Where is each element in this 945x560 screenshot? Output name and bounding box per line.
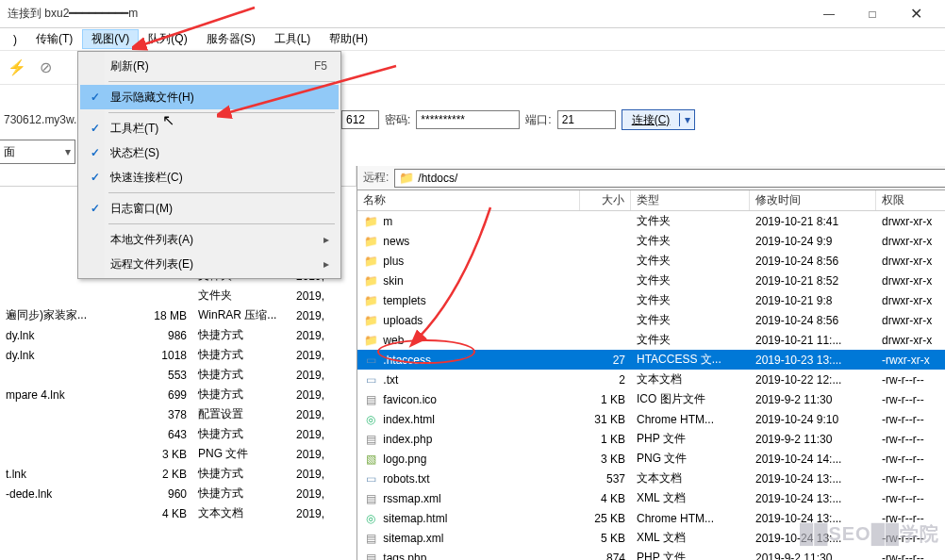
folder-icon: 📁 (363, 293, 378, 308)
cell-mod: 2019-10-24 13:... (750, 532, 876, 545)
menu-item[interactable]: ) (4, 31, 26, 48)
table-row[interactable]: ▭ robots.txt537文本文档2019-10-24 13:...-rw-… (357, 469, 945, 488)
table-row[interactable]: ▭ .txt2文本文档2019-10-22 12:...-rw-r--r-- (357, 370, 945, 389)
connect-button[interactable]: 连接(C) ▾ (622, 109, 696, 130)
quickconnect-icon[interactable]: ⚡ (6, 57, 28, 79)
cell-name: 📁 news (357, 234, 580, 249)
close-button[interactable]: ✕ (894, 0, 937, 28)
port-input[interactable] (557, 110, 616, 129)
cell-type: ICO 图片文件 (631, 391, 750, 407)
col-mod[interactable]: 修改时间 (750, 190, 876, 210)
table-row[interactable]: index.html31 KBChrome HTM...2019-10-24 9… (357, 409, 945, 429)
host-fragment: 730612.my3w. (0, 107, 76, 132)
menu-entry[interactable]: ✓日志窗口(M) (80, 196, 339, 221)
menu-item[interactable]: 服务器(S) (197, 29, 265, 49)
table-row[interactable]: 378配置设置2019, (0, 404, 356, 424)
table-row[interactable]: 遍同步)家装家...18 MBWinRAR 压缩...2019, (0, 305, 356, 325)
password-input[interactable] (416, 110, 520, 129)
table-row[interactable]: dy.lnk986快捷方式2019, (0, 325, 356, 345)
menu-item[interactable]: 队列(Q) (139, 29, 196, 49)
folder-icon: 📁 (399, 171, 414, 185)
table-row[interactable]: ▭ .htaccess27HTACCESS 文...2019-10-23 13:… (357, 350, 945, 370)
menu-item[interactable]: 工具(L) (265, 29, 321, 49)
table-row[interactable]: 📁 templets文件夹2019-10-21 9:8drwxr-xr-x (357, 290, 945, 310)
cell-mod: 2019, (290, 448, 356, 461)
chevron-down-icon[interactable]: ▾ (65, 145, 71, 158)
table-row[interactable]: favicon.ico1 KBICO 图片文件2019-9-2 11:30-rw… (357, 389, 945, 409)
col-name[interactable]: 名称 (357, 190, 580, 210)
cell-size: 5 KB (580, 532, 631, 545)
menu-entry[interactable]: ✓工具栏(T) (80, 116, 339, 140)
table-row[interactable]: index.php1 KBPHP 文件2019-9-2 11:30-rw-r--… (357, 429, 945, 449)
local-path-box[interactable]: 面 ▾ (0, 140, 75, 164)
menu-entry[interactable]: ✓快速连接栏(C) (80, 165, 339, 189)
menu-entry[interactable]: 远程文件列表(E)▸ (80, 252, 339, 276)
table-row[interactable]: logo.png3 KBPNG 文件2019-10-24 14:...-rw-r… (357, 449, 945, 469)
col-size[interactable]: 大小 (580, 190, 631, 210)
cell-type: 快捷方式 (192, 426, 290, 442)
col-perm[interactable]: 权限 (876, 190, 945, 210)
check-icon: ✓ (86, 91, 105, 104)
table-row[interactable]: 553快捷方式2019, (0, 365, 356, 385)
table-row[interactable]: -dede.lnk960快捷方式2019, (0, 484, 356, 503)
menu-entry-label: 日志窗口(M) (110, 201, 173, 217)
minimize-button[interactable]: — (807, 0, 851, 28)
menu-item[interactable]: 传输(T) (26, 29, 82, 49)
table-row[interactable]: 📁 skin文件夹2019-10-21 8:52drwxr-xr-x (357, 271, 945, 290)
table-row[interactable]: sitemap.xml5 KBXML 文档2019-10-24 13:...-r… (357, 528, 945, 548)
table-row[interactable]: 4 KB文本文档2019, (0, 503, 356, 523)
cell-perm: drwxr-xr-x (876, 314, 945, 327)
table-row[interactable]: 643快捷方式2019, (0, 424, 356, 444)
cell-mod: 2019, (290, 289, 356, 303)
menu-entry[interactable]: ✓显示隐藏文件(H) (80, 85, 339, 109)
menu-item[interactable]: 帮助(H) (320, 29, 377, 49)
check-icon: ✓ (86, 122, 105, 135)
table-row[interactable]: rssmap.xml4 KBXML 文档2019-10-24 13:...-rw… (357, 488, 945, 508)
cell-mod: 2019-10-23 13:... (750, 354, 876, 367)
table-row[interactable]: 3 KBPNG 文件2019, (0, 444, 356, 464)
table-row[interactable]: 📁 web文件夹2019-10-21 11:...drwxr-xr-x (357, 330, 945, 350)
cell-mod: 2019-10-21 8:52 (750, 274, 876, 288)
table-row[interactable]: t.lnk2 KB快捷方式2019, (0, 464, 356, 484)
menu-entry-label: 本地文件列表(A) (110, 232, 193, 248)
cell-type: PHP 文件 (631, 431, 750, 447)
table-row[interactable]: 📁 m文件夹2019-10-21 8:41drwxr-xr-x (357, 211, 945, 231)
cell-type: 文件夹 (631, 233, 750, 249)
cell-mod: 2019-10-21 11:... (750, 334, 876, 347)
remote-path-bar: 远程: 📁 /htdocs/ ▾ (357, 166, 945, 190)
table-row[interactable]: dy.lnk1018快捷方式2019, (0, 345, 356, 365)
table-row[interactable]: 文件夹2019, (0, 286, 356, 305)
folder-icon: 📁 (363, 313, 378, 328)
menu-entry-label: 状态栏(S) (110, 145, 159, 161)
menu-entry[interactable]: 刷新(R)F5 (80, 54, 339, 78)
menu-entry[interactable]: ✓状态栏(S) (80, 140, 339, 165)
remote-path-box[interactable]: 📁 /htdocs/ ▾ (394, 169, 945, 188)
cell-name: dy.lnk (0, 329, 141, 342)
menu-item[interactable]: 视图(V) (82, 29, 139, 49)
stop-icon[interactable]: ⊘ (34, 57, 57, 79)
col-type[interactable]: 类型 (631, 190, 750, 210)
remote-file-list[interactable]: 📁 m文件夹2019-10-21 8:41drwxr-xr-x📁 news文件夹… (357, 211, 945, 560)
view-menu-dropdown: 刷新(R)F5✓显示隐藏文件(H)✓工具栏(T)✓状态栏(S)✓快速连接栏(C)… (77, 51, 341, 279)
cell-mod: 2019, (290, 329, 356, 342)
table-row[interactable]: 📁 plus文件夹2019-10-24 8:56drwxr-xr-x (357, 251, 945, 271)
table-row[interactable]: mpare 4.lnk699快捷方式2019, (0, 385, 356, 404)
cell-type: 快捷方式 (192, 347, 290, 363)
cell-name: 📁 m (357, 214, 580, 229)
cell-name: dy.lnk (0, 349, 141, 362)
table-row[interactable]: sitemap.html25 KBChrome HTM...2019-10-24… (357, 508, 945, 528)
host-input[interactable] (341, 110, 379, 129)
table-row[interactable]: 📁 uploads文件夹2019-10-24 8:56drwxr-xr-x (357, 310, 945, 330)
cell-size: 1 KB (580, 433, 631, 446)
cell-type: PHP 文件 (631, 550, 750, 560)
cell-type: 快捷方式 (192, 367, 290, 383)
maximize-button[interactable]: □ (851, 0, 894, 28)
cell-type: 文本文档 (631, 371, 750, 387)
table-row[interactable]: 📁 news文件夹2019-10-24 9:9drwxr-xr-x (357, 231, 945, 251)
chevron-down-icon[interactable]: ▾ (679, 113, 694, 126)
table-row[interactable]: tags.php874PHP 文件2019-9-2 11:30-rw-r--r-… (357, 548, 945, 560)
folder-icon: 📁 (363, 254, 378, 269)
cell-name: ▭ .htaccess (357, 353, 580, 368)
menu-entry[interactable]: 本地文件列表(A)▸ (80, 227, 339, 252)
cell-type: XML 文档 (631, 490, 750, 506)
